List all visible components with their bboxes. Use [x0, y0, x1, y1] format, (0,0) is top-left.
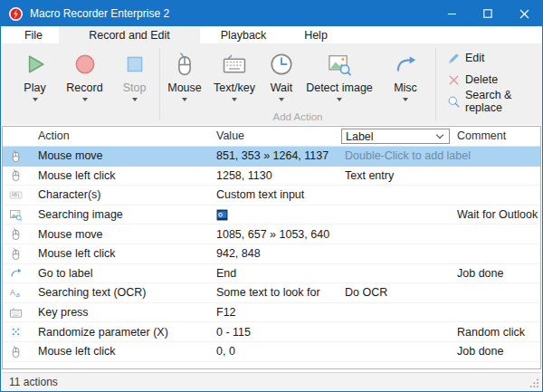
- action-icon-cell: [3, 167, 28, 186]
- title-bar: Macro Recorder Enterprise 2: [1, 1, 542, 26]
- close-icon: [519, 9, 529, 19]
- dropdown-caret-icon: [403, 98, 408, 101]
- window-title: Macro Recorder Enterprise 2: [30, 7, 433, 20]
- action-icon-cell: [3, 225, 28, 244]
- pencil-icon: [447, 52, 461, 65]
- delete-button[interactable]: Delete: [447, 72, 542, 88]
- detect-image-icon: [327, 52, 352, 77]
- label-column-dropdown[interactable]: Label: [341, 129, 450, 144]
- comment-cell: Job done: [457, 264, 503, 283]
- table-row[interactable]: Mouse left click 0, 0 Job done: [3, 342, 540, 362]
- tab-record-and-edit[interactable]: Record and Edit: [59, 26, 200, 43]
- value-cell: 851, 353 » 1264, 1137: [216, 147, 329, 166]
- stop-icon: [122, 52, 148, 77]
- comment-cell: Random click: [457, 322, 525, 341]
- comment-cell: Job done: [457, 342, 503, 361]
- record-label: Record: [66, 81, 102, 94]
- table-row[interactable]: Key press F12: [3, 303, 540, 323]
- actions-table-body: Mouse move 851, 353 » 1264, 1137 Double-…: [3, 147, 540, 362]
- menu-bar: FileRecord and EditPlaybackHelp: [1, 26, 542, 43]
- mouse-icon: [9, 168, 23, 182]
- misc-label: Misc: [394, 81, 417, 94]
- status-bar: 11 actions: [2, 372, 541, 390]
- wait-icon: [269, 52, 294, 77]
- action-icon-cell: [3, 147, 28, 166]
- record-button[interactable]: Record: [60, 43, 110, 125]
- action-icon-cell: [3, 283, 28, 302]
- mouse-icon: [9, 345, 23, 359]
- dropdown-caret-icon: [82, 98, 88, 101]
- stop-button: Stop: [110, 43, 159, 125]
- value-cell: 1258, 1130: [216, 167, 272, 186]
- table-row[interactable]: Mouse move 851, 353 » 1264, 1137 Double-…: [3, 147, 540, 167]
- text-key-label: Text/key: [214, 81, 255, 94]
- stop-label: Stop: [123, 81, 147, 94]
- table-row[interactable]: Randomize parameter (X) 0 - 115 Random c…: [3, 322, 540, 342]
- tab-file[interactable]: File: [8, 26, 59, 43]
- action-icon-cell: [3, 264, 28, 283]
- search-icon: [447, 95, 461, 109]
- table-row[interactable]: Character(s) Custom text input: [3, 186, 540, 206]
- status-text: 11 actions: [9, 376, 58, 388]
- play-label: Play: [24, 81, 45, 94]
- label-column-dropdown-value: Label: [342, 130, 437, 143]
- app-window: Macro Recorder Enterprise 2 FileRecord a…: [0, 0, 543, 392]
- action-icon-cell: [3, 186, 28, 205]
- tab-playback[interactable]: Playback: [200, 26, 287, 43]
- action-cell: Randomize parameter (X): [38, 322, 168, 341]
- table-row[interactable]: Mouse left click 942, 848: [3, 244, 540, 264]
- outlook-thumbnail-icon: [216, 209, 228, 221]
- play-icon: [23, 52, 48, 77]
- search-replace-label: Search & replace: [465, 89, 542, 114]
- table-row[interactable]: Searching text (OCR) Some text to look f…: [3, 283, 540, 303]
- table-row[interactable]: Searching image Wait for Outlook: [3, 206, 540, 225]
- minimize-icon: [447, 9, 457, 19]
- edit-label: Edit: [465, 52, 485, 64]
- action-icon-cell: [3, 206, 28, 225]
- play-button[interactable]: Play: [10, 43, 60, 125]
- playback-group: PlayRecordStop: [1, 43, 159, 125]
- delete-x-icon: [447, 73, 461, 87]
- maximize-button[interactable]: [470, 1, 506, 26]
- close-button[interactable]: [506, 1, 542, 26]
- label-cell: Do OCR: [345, 283, 387, 302]
- table-row[interactable]: Go to label End Job done: [3, 264, 540, 284]
- column-header-comment[interactable]: Comment: [457, 129, 506, 142]
- mouse-label: Mouse: [167, 81, 202, 94]
- add-action-group-label: Add Action: [160, 111, 435, 122]
- value-cell: Custom text input: [216, 186, 304, 205]
- search-replace-button[interactable]: Search & replace: [447, 93, 542, 110]
- dropdown-caret-icon: [337, 98, 342, 101]
- resize-grip[interactable]: [529, 378, 539, 388]
- action-cell: Character(s): [38, 186, 100, 205]
- dropdown-caret-icon: [182, 98, 187, 101]
- column-header-value[interactable]: Value: [216, 129, 244, 142]
- tab-help[interactable]: Help: [287, 26, 345, 43]
- action-icon-cell: [3, 342, 28, 361]
- action-cell: Searching image: [38, 206, 123, 225]
- mouse-icon: [9, 227, 23, 241]
- dropdown-caret-icon: [33, 98, 38, 101]
- minimize-button[interactable]: [433, 1, 470, 26]
- table-row[interactable]: Mouse move 1085, 657 » 1053, 640: [3, 225, 540, 244]
- ocr-text-icon: [9, 286, 23, 300]
- value-cell: Some text to look for: [216, 283, 320, 302]
- mouse-icon: [9, 247, 23, 261]
- add-action-group: MouseText/keyWaitDetect imageMiscAdd Act…: [160, 43, 435, 125]
- mouse-icon: [172, 52, 197, 77]
- action-cell: Mouse move: [38, 147, 103, 166]
- goto-arrow-icon: [9, 266, 23, 280]
- value-cell: 942, 848: [216, 244, 261, 263]
- comment-cell: Wait for Outlook: [457, 206, 538, 225]
- action-icon-cell: [3, 303, 28, 322]
- value-cell: 0, 0: [216, 342, 235, 361]
- column-header-action[interactable]: Action: [38, 129, 70, 142]
- dropdown-caret-icon: [132, 98, 138, 101]
- maximize-icon: [483, 9, 492, 18]
- label-cell: Text entry: [345, 167, 394, 186]
- edit-button[interactable]: Edit: [447, 50, 542, 66]
- action-cell: Mouse left click: [38, 167, 115, 186]
- table-row[interactable]: Mouse left click 1258, 1130 Text entry: [3, 167, 540, 186]
- value-cell: F12: [216, 303, 236, 322]
- action-icon-cell: [3, 244, 28, 263]
